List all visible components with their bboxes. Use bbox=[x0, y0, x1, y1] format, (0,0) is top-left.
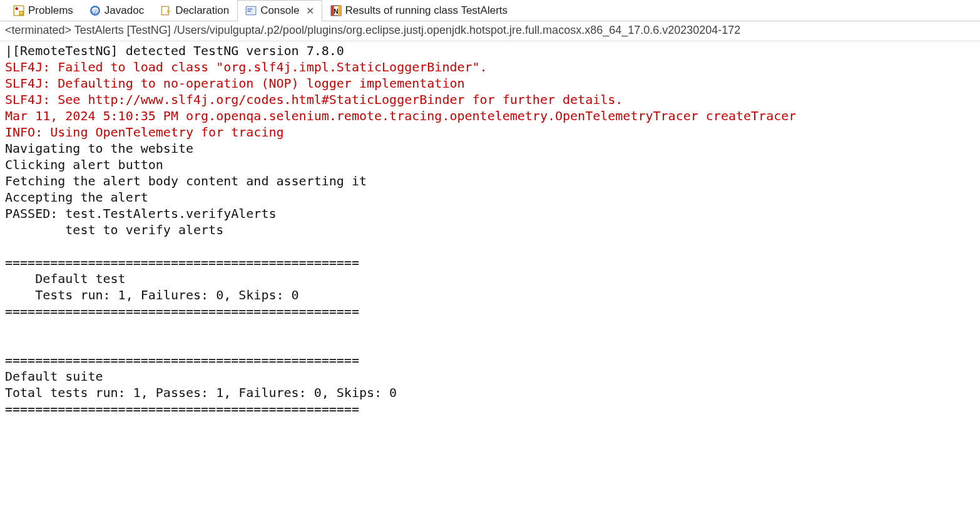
svg-text:@: @ bbox=[92, 8, 98, 15]
declaration-icon bbox=[160, 5, 171, 16]
console-line: INFO: Using OpenTelemetry for tracing bbox=[5, 124, 975, 140]
console-line: SLF4J: See http://www.slf4j.org/codes.ht… bbox=[5, 91, 975, 108]
tab-declaration[interactable]: Declaration bbox=[152, 0, 237, 21]
console-icon bbox=[245, 5, 257, 16]
tab-label: Javadoc bbox=[105, 4, 144, 17]
tab-label: Results of running class TestAlerts bbox=[345, 4, 508, 17]
problems-icon bbox=[13, 5, 24, 16]
console-line: Default suite bbox=[5, 368, 975, 384]
javadoc-icon: @ bbox=[89, 5, 101, 16]
svg-point-1 bbox=[15, 7, 18, 10]
tab-results[interactable]: N Results of running class TestAlerts bbox=[322, 0, 516, 21]
console-line bbox=[5, 336, 975, 352]
tab-javadoc[interactable]: @ Javadoc bbox=[81, 0, 152, 21]
console-line: Total tests run: 1, Passes: 1, Failures:… bbox=[5, 384, 975, 401]
console-line: ========================================… bbox=[5, 352, 975, 368]
console-line: Mar 11, 2024 5:10:35 PM org.openqa.selen… bbox=[5, 108, 975, 124]
console-line: Accepting the alert bbox=[5, 189, 975, 205]
console-line: Tests run: 1, Failures: 0, Skips: 0 bbox=[5, 287, 975, 303]
console-output[interactable]: |[RemoteTestNG] detected TestNG version … bbox=[0, 41, 980, 418]
view-tabbar: Problems @ Javadoc Declaration Console ✕… bbox=[0, 0, 980, 21]
console-line: ========================================… bbox=[5, 401, 975, 417]
console-line: Navigating to the website bbox=[5, 140, 975, 157]
console-line: Default test bbox=[5, 271, 975, 287]
tab-label: Problems bbox=[28, 4, 73, 17]
console-line: ========================================… bbox=[5, 254, 975, 271]
svg-rect-7 bbox=[248, 9, 253, 10]
tab-label: Declaration bbox=[175, 4, 229, 17]
svg-rect-2 bbox=[19, 11, 23, 15]
svg-text:N: N bbox=[334, 8, 338, 15]
testng-icon: N bbox=[330, 5, 342, 16]
console-line: test to verify alerts bbox=[5, 222, 975, 238]
console-line bbox=[5, 238, 975, 254]
console-line: |[RemoteTestNG] detected TestNG version … bbox=[5, 43, 975, 59]
console-line: SLF4J: Failed to load class "org.slf4j.i… bbox=[5, 59, 975, 75]
console-line: Fetching the alert body content and asse… bbox=[5, 173, 975, 189]
svg-rect-8 bbox=[248, 11, 252, 12]
tab-console[interactable]: Console ✕ bbox=[237, 0, 322, 21]
console-line bbox=[5, 319, 975, 336]
console-line: PASSED: test.TestAlerts.verifyAlerts bbox=[5, 205, 975, 222]
console-line: Clicking alert button bbox=[5, 157, 975, 173]
console-line: SLF4J: Defaulting to no-operation (NOP) … bbox=[5, 75, 975, 91]
close-icon[interactable]: ✕ bbox=[306, 5, 314, 17]
tab-problems[interactable]: Problems bbox=[5, 0, 81, 21]
svg-rect-11 bbox=[338, 6, 341, 16]
tab-label: Console bbox=[260, 4, 299, 17]
console-line: ========================================… bbox=[5, 303, 975, 319]
console-process-label: <terminated> TestAlerts [TestNG] /Users/… bbox=[0, 21, 980, 41]
